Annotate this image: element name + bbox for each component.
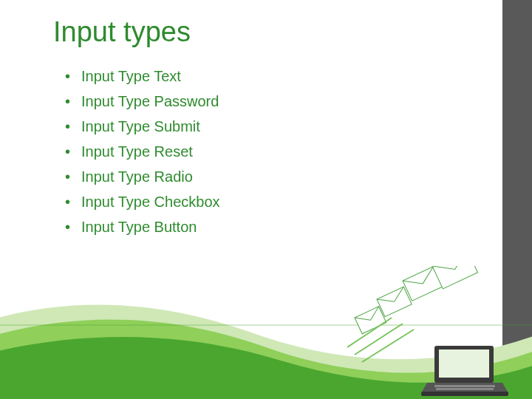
bullet-list: Input Type Text Input Type Password Inpu… <box>65 64 220 239</box>
slide-title: Input types <box>53 16 191 48</box>
list-item-label: Input Type Radio <box>81 168 193 185</box>
svg-rect-1 <box>355 307 386 334</box>
list-item: Input Type Button <box>65 214 220 239</box>
list-item: Input Type Reset <box>65 139 220 164</box>
list-item: Input Type Radio <box>65 164 220 189</box>
wave-decoration <box>0 281 532 399</box>
list-item: Input Type Submit <box>65 114 220 139</box>
svg-rect-3 <box>403 267 443 301</box>
side-panel <box>502 0 532 399</box>
list-item: Input Type Checkbox <box>65 189 220 214</box>
svg-line-7 <box>362 330 414 362</box>
svg-line-5 <box>347 318 392 347</box>
list-item-label: Input Type Reset <box>81 143 193 160</box>
svg-rect-12 <box>436 388 494 390</box>
list-item: Input Type Password <box>65 89 220 114</box>
svg-rect-4 <box>432 266 477 289</box>
list-item-label: Input Type Password <box>81 93 219 109</box>
list-item-label: Input Type Checkbox <box>81 194 220 210</box>
svg-rect-10 <box>421 392 508 396</box>
svg-rect-11 <box>434 385 495 387</box>
list-item: Input Type Text <box>65 64 220 89</box>
svg-rect-8 <box>434 346 494 383</box>
slide: Input types Input Type Text Input Type P… <box>0 0 532 399</box>
list-item-label: Input Type Button <box>81 219 197 235</box>
laptop-icon <box>421 346 508 396</box>
laptop-envelopes-art <box>347 266 510 399</box>
svg-rect-2 <box>377 287 412 316</box>
list-item-label: Input Type Text <box>81 68 181 84</box>
svg-line-6 <box>355 324 403 355</box>
svg-rect-9 <box>439 349 489 378</box>
list-item-label: Input Type Submit <box>81 118 200 134</box>
